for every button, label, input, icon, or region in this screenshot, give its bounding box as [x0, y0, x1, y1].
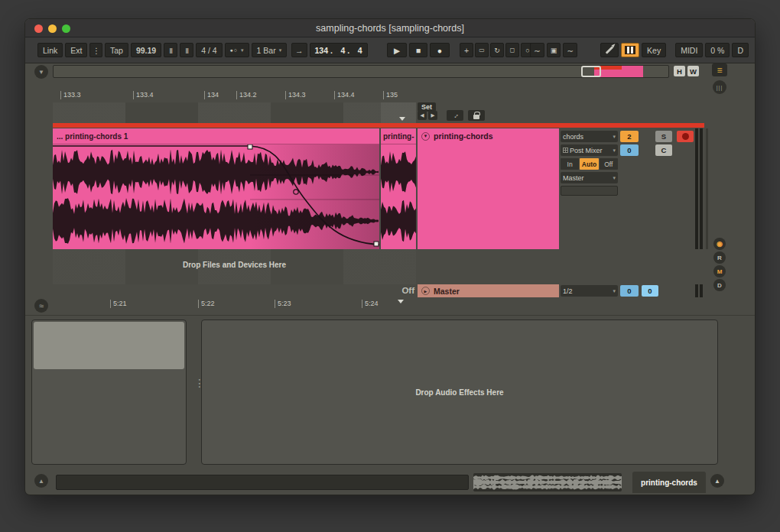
- io-toggle[interactable]: ◉: [713, 238, 726, 250]
- master-play-icon[interactable]: ▶: [421, 287, 430, 295]
- time-tick: 5:21: [110, 300, 127, 308]
- delay-toggle[interactable]: D: [713, 279, 726, 291]
- menu-icon[interactable]: ≡: [712, 63, 727, 76]
- io-status-section: Key MIDI 0 % D: [600, 43, 749, 57]
- minimize-button[interactable]: [48, 24, 57, 33]
- input-chooser-value: chords: [563, 133, 583, 141]
- track-delay-field[interactable]: [561, 186, 618, 196]
- master-volume-value[interactable]: 0: [642, 285, 658, 297]
- audio-clip[interactable]: ... printing-chords 1: [53, 128, 379, 249]
- bars-icon: |||: [717, 85, 723, 90]
- curve-node-handle[interactable]: [294, 190, 298, 194]
- monitor-off-button[interactable]: Off: [600, 158, 618, 170]
- pencil-icon[interactable]: [600, 43, 619, 57]
- tap-tempo-button[interactable]: Tap: [105, 43, 128, 57]
- fold-arrangement-icon[interactable]: ▼: [34, 65, 48, 79]
- punch-button[interactable]: ◻: [505, 43, 519, 57]
- key-map-button[interactable]: Key: [642, 43, 666, 57]
- curve-end-handle[interactable]: [374, 242, 379, 246]
- zoom-button[interactable]: [62, 24, 70, 33]
- io-bars-icon[interactable]: |||: [713, 80, 726, 94]
- clip-overview-thumbnail[interactable]: [473, 473, 622, 491]
- play-button[interactable]: ▶: [387, 43, 407, 57]
- tempo-field[interactable]: 99.19: [131, 43, 161, 57]
- ext-button[interactable]: Ext: [65, 43, 87, 57]
- time-signature-field[interactable]: 4 / 4: [196, 43, 222, 57]
- record-dot-icon: [682, 133, 689, 140]
- zoom-back-button[interactable]: ↔: [447, 110, 463, 121]
- add-track-button[interactable]: +: [460, 43, 473, 57]
- vertical-scrollbar[interactable]: [706, 128, 708, 249]
- automation-wave-icon[interactable]: ∼: [530, 43, 544, 57]
- master-chooser[interactable]: 1/2 ▾: [561, 285, 618, 297]
- optimize-width-button[interactable]: W: [687, 66, 699, 76]
- device-drop-area[interactable]: Drop Audio Effects Here: [201, 320, 718, 465]
- link-button[interactable]: Link: [37, 43, 63, 57]
- close-button[interactable]: [34, 24, 43, 33]
- master-pan-value[interactable]: 0: [620, 285, 639, 297]
- drop-effects-hint: Drop Audio Effects Here: [415, 388, 503, 397]
- monitor-in-button[interactable]: In: [561, 158, 579, 170]
- clip-view-panel[interactable]: [31, 320, 187, 465]
- overview-viewport-handle[interactable]: [581, 66, 601, 77]
- arm-record-button[interactable]: [677, 131, 694, 142]
- volume-automation-curve[interactable]: [53, 144, 379, 249]
- record-range-bar[interactable]: [53, 123, 704, 128]
- envelope-wave-icon[interactable]: ∼: [563, 43, 577, 57]
- draw-mode-button[interactable]: ▭: [475, 43, 489, 57]
- audio-clip[interactable]: printing-: [381, 128, 416, 249]
- arrangement-position-display[interactable]: 134 . 4 . 4: [310, 43, 368, 57]
- position-bar: 134 .: [315, 46, 333, 55]
- loop-button[interactable]: ↻: [490, 43, 504, 57]
- track-io-section: chords ▾ Post Mixer ▾ In Auto Off Master…: [561, 131, 618, 196]
- solo-button[interactable]: S: [655, 131, 672, 142]
- time-ruler[interactable]: 5:21 5:22 5:23 5:24: [53, 298, 416, 310]
- track-fold-icon[interactable]: ▼: [421, 132, 430, 141]
- monitor-auto-button[interactable]: Auto: [580, 158, 598, 170]
- waveform-svg: [381, 144, 416, 249]
- chevron-down-icon: ▾: [613, 288, 616, 294]
- desktop-background: sampling-chords [sampling-chords] Link E…: [0, 0, 780, 532]
- mixer-chooser[interactable]: Post Mixer ▾: [561, 144, 618, 156]
- next-marker-button[interactable]: ▶: [428, 111, 437, 120]
- quantize-menu[interactable]: ●○ ▾: [225, 43, 249, 57]
- returns-toggle[interactable]: R: [713, 251, 726, 264]
- track-activator[interactable]: 2: [620, 131, 639, 142]
- follow-button[interactable]: →: [291, 43, 307, 57]
- track-header[interactable]: ▼ printing-chords: [418, 128, 559, 249]
- nudge-up-button[interactable]: ||||: [180, 43, 193, 57]
- scrub-highlight: [381, 102, 416, 123]
- insert-marker-icon: [398, 300, 404, 303]
- left-arrow-icon: ◀: [421, 112, 424, 118]
- arrangement-overview[interactable]: [53, 65, 669, 78]
- automation-lane-icon[interactable]: ≈: [34, 299, 48, 313]
- show-browser-icon[interactable]: ▲: [710, 474, 724, 488]
- stop-button[interactable]: ■: [409, 43, 427, 57]
- prev-marker-button[interactable]: ◀: [418, 111, 427, 120]
- clip-view-icon[interactable]: ▣: [547, 43, 561, 57]
- ruler-tick: 134.4: [334, 91, 355, 99]
- time-tick: 5:22: [198, 300, 215, 308]
- record-button[interactable]: ●: [430, 43, 450, 57]
- track-pan-value[interactable]: 0: [620, 144, 639, 156]
- clip-tab[interactable]: printing-chords: [632, 472, 706, 493]
- midi-keyboard-icon[interactable]: [621, 43, 639, 57]
- nudge-down-button[interactable]: ||||: [164, 43, 177, 57]
- scrub-area[interactable]: [53, 102, 416, 123]
- groove-quantize-menu[interactable]: 1 Bar ▾: [252, 43, 288, 57]
- thumbnail-waveform-svg: [473, 473, 622, 491]
- master-track-header[interactable]: ▶ Master: [418, 284, 559, 297]
- curve-start-handle[interactable]: [248, 144, 252, 149]
- lock-envelopes-button[interactable]: [468, 110, 485, 121]
- optimize-height-button[interactable]: H: [674, 66, 685, 76]
- crossfade-button[interactable]: C: [655, 144, 672, 156]
- beat-ruler[interactable]: 133.3 133.4 134 134.2 134.3 134.4 135: [53, 89, 416, 102]
- track-drop-area[interactable]: Drop Files and Devices Here: [53, 249, 416, 284]
- output-chooser[interactable]: Master ▾: [561, 172, 618, 183]
- show-info-icon[interactable]: ▲: [34, 474, 48, 488]
- midi-map-button[interactable]: MIDI: [675, 43, 703, 57]
- chevron-down-icon: ▾: [241, 47, 244, 54]
- master-meter-right: [700, 284, 703, 297]
- input-chooser[interactable]: chords ▾: [561, 131, 618, 142]
- mixer-toggle[interactable]: M: [713, 265, 726, 277]
